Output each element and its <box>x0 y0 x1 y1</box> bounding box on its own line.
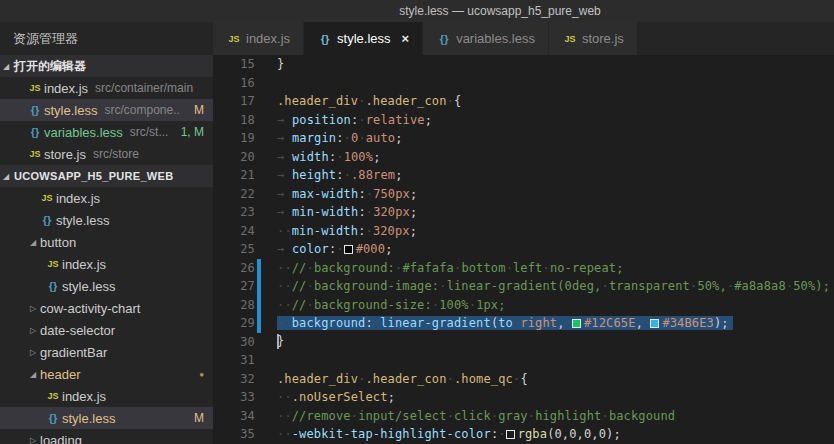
js-icon: JS <box>44 391 62 401</box>
tab-store-js[interactable]: JSstore.js <box>549 22 638 55</box>
code-line[interactable]: 31 <box>213 351 834 370</box>
code-token: ,· <box>557 316 572 330</box>
tree-item-index-js[interactable]: JSindex.js <box>0 385 213 407</box>
line-number: 32 <box>213 372 255 386</box>
color-swatch[interactable] <box>344 245 353 254</box>
tree-item-date-selector[interactable]: ▷date-selector <box>0 319 213 341</box>
code-line[interactable]: 35··-webkit-tap-highlight-color:·rgba(0,… <box>213 425 834 444</box>
code-line-text[interactable]: ··//·background-size:·100%·1px; <box>277 298 506 312</box>
code-line-text[interactable]: ··-webkit-tap-highlight-color:·rgba(0,0,… <box>277 427 621 441</box>
tree-item-header[interactable]: ◢header● <box>0 363 213 385</box>
tree-item-button[interactable]: ◢button <box>0 231 213 253</box>
tab-index-js[interactable]: JSindex.js <box>213 22 304 55</box>
code-line[interactable]: 19→margin:·0·auto; <box>213 129 834 148</box>
tree-item-gradientbar[interactable]: ▷gradientBar <box>0 341 213 363</box>
code-line[interactable]: 30} <box>213 333 834 352</box>
tab-variables-less[interactable]: {}variables.less <box>423 22 549 55</box>
code-line-text[interactable]: →height:·.88rem; <box>277 168 403 182</box>
code-line-text[interactable]: } <box>277 57 284 71</box>
line-number: 27 <box>213 279 255 293</box>
code-token: } <box>277 334 284 348</box>
color-swatch[interactable] <box>506 430 515 439</box>
code-token: ·right <box>513 316 557 330</box>
code-token: ·· <box>277 224 292 238</box>
code-line[interactable]: 34··//remove·input/select·click·gray·hig… <box>213 407 834 426</box>
code-line-text[interactable]: ··//remove·input/select·click·gray·highl… <box>277 409 675 423</box>
code-token: ··//·background-size:·100%·1px; <box>277 298 506 312</box>
whitespace-dot: · <box>284 390 291 404</box>
code-line[interactable]: 15} <box>213 55 834 74</box>
close-icon[interactable]: × <box>402 31 410 46</box>
code-line[interactable]: 25→color:·#000; <box>213 240 834 259</box>
open-editors-header[interactable]: ◢ 打开的编辑器 <box>0 55 213 77</box>
whitespace-dot: · <box>491 409 498 423</box>
open-editor-item-index-js[interactable]: JSindex.jssrc/container/main <box>0 77 213 99</box>
braces-icon: {} <box>317 33 333 45</box>
line-number: 17 <box>213 94 255 108</box>
code-token: #000 <box>356 242 386 256</box>
code-line[interactable]: 29··background:·linear-gradient(to·right… <box>213 314 834 333</box>
code-line-text[interactable]: ··min-width:·320px; <box>277 224 417 238</box>
code-token: ··//·background-image:·linear-gradient(0… <box>277 279 830 293</box>
line-number: 35 <box>213 427 255 441</box>
code-line-text[interactable]: →max-width:·750px; <box>277 187 417 201</box>
tree-item-style-less[interactable]: {}style.less <box>0 275 213 297</box>
code-line[interactable]: 32.header_div·.header_con·.home_qc·{ <box>213 370 834 389</box>
tree-item-style-less[interactable]: {}style.lessM <box>0 407 213 429</box>
code-line[interactable]: 23→min-width:·320px; <box>213 203 834 222</box>
tree-item-loading[interactable]: ▷loading <box>0 429 213 444</box>
code-line-text[interactable]: ··background:·linear-gradient(to·right,·… <box>277 316 733 330</box>
code-line-text[interactable]: →margin:·0·auto; <box>277 131 403 145</box>
code-token: height <box>292 168 336 182</box>
code-line[interactable]: 16 <box>213 74 834 93</box>
editor-group: JSindex.js{}style.less×{}variables.lessJ… <box>213 22 834 444</box>
code-line[interactable]: 20→width:·100%; <box>213 148 834 167</box>
tree-item-cow-activity-chart[interactable]: ▷cow-activity-chart <box>0 297 213 319</box>
code-line[interactable]: 26··//·background:·#fafafa·bottom·left·n… <box>213 259 834 278</box>
code-line-text[interactable]: .header_div·.header_con·{ <box>277 94 461 108</box>
code-line[interactable]: 21→height:·.88rem; <box>213 166 834 185</box>
tree-item-index-js[interactable]: JSindex.js <box>0 187 213 209</box>
code-line-text[interactable]: →min-width:·320px; <box>277 205 417 219</box>
code-line[interactable]: 24··min-width:·320px; <box>213 222 834 241</box>
modified-gutter-indicator <box>257 259 261 278</box>
chevron-down-icon: ◢ <box>3 62 9 71</box>
project-root-header[interactable]: ◢ UCOWSAPP_H5_PURE_WEB <box>0 165 213 187</box>
code-token: ; <box>388 390 395 404</box>
folder-name: loading <box>40 433 82 444</box>
code-line[interactable]: 33··.noUserSelect; <box>213 388 834 407</box>
js-icon: JS <box>26 83 44 93</box>
tree-item-style-less[interactable]: {}style.less <box>0 209 213 231</box>
code-line-text[interactable]: ··.noUserSelect; <box>277 390 395 404</box>
code-line-text[interactable]: →width:·100%; <box>277 150 381 164</box>
code-line-text[interactable]: →position:·relative; <box>277 113 432 127</box>
open-editor-item-store-js[interactable]: JSstore.jssrc/store <box>0 143 213 165</box>
code-line[interactable]: 28··//·background-size:·100%·1px; <box>213 296 834 315</box>
open-editor-item-variables-less[interactable]: {}variables.lesssrc/st...1, M <box>0 121 213 143</box>
color-swatch[interactable] <box>572 319 581 328</box>
whitespace-dot: · <box>513 372 520 386</box>
code-token: (0,0,0,0); <box>547 427 621 441</box>
braces-icon: {} <box>436 33 452 45</box>
code-line[interactable]: 27··//·background-image:·linear-gradient… <box>213 277 834 296</box>
code-line-text[interactable]: } <box>277 334 284 349</box>
file-name: index.js <box>62 389 106 404</box>
code-line-text[interactable]: .header_div·.header_con·.home_qc·{ <box>277 372 528 386</box>
tab-style-less[interactable]: {}style.less× <box>304 22 423 55</box>
code-editor[interactable]: 15}1617.header_div·.header_con·{18→posit… <box>213 55 834 444</box>
code-token: background <box>292 316 366 330</box>
code-line[interactable]: 18→position:·relative; <box>213 111 834 130</box>
code-token: ·· <box>277 316 292 330</box>
code-token: #34B6E3 <box>662 316 714 330</box>
code-line[interactable]: 17.header_div·.header_con·{ <box>213 92 834 111</box>
tree-item-index-js[interactable]: JSindex.js <box>0 253 213 275</box>
code-token: ··//remove·input/select·click·gray·highl… <box>277 409 675 423</box>
code-line[interactable]: 22→max-width:·750px; <box>213 185 834 204</box>
color-swatch[interactable] <box>650 319 659 328</box>
code-line-text[interactable]: ··//·background-image:·linear-gradient(0… <box>277 279 830 293</box>
code-line-text[interactable]: ··//·background:·#fafafa·bottom·left·no-… <box>277 261 624 275</box>
code-token: : <box>358 205 365 219</box>
code-line-text[interactable]: →color:·#000; <box>277 242 393 256</box>
open-editor-item-style-less[interactable]: {}style.lesssrc/compone..M <box>0 99 213 121</box>
code-token: ; <box>410 224 417 238</box>
